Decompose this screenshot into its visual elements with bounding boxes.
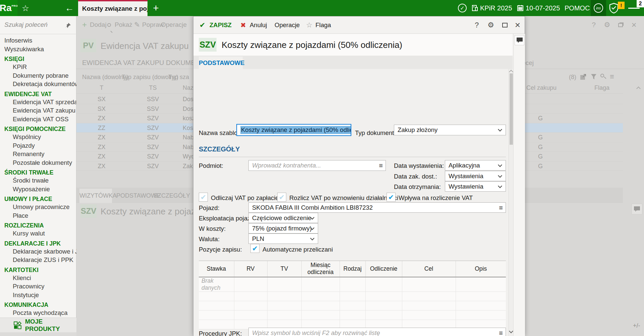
bg-close-icon[interactable]: ×	[629, 16, 639, 33]
sidebar-item-remanenty[interactable]: Remanenty	[0, 150, 76, 158]
col-rodzaj[interactable]: Rodzaj	[340, 261, 365, 277]
bg-tab-wizytowka[interactable]: WIZYTÓWKA	[79, 189, 112, 203]
sidebar-item-poczta-wychodzaca[interactable]: Poczta wychodząca	[0, 309, 76, 317]
w-koszty-select[interactable]: 75% (pojazd firmowy)	[248, 223, 318, 233]
sidebar-section-umowy-i-place[interactable]: UMOWY I PŁACE	[0, 193, 76, 203]
col-rv[interactable]: RV	[234, 261, 267, 277]
bg-restore-icon[interactable]	[616, 16, 626, 33]
sidebar-section-komunikacja[interactable]: KOMUNIKACJA	[0, 299, 76, 309]
show-button[interactable]: Pokaż	[115, 16, 132, 33]
favorites-star-icon[interactable]: ☆	[20, 0, 31, 16]
doc-type-select[interactable]: Zakup złożony	[394, 125, 506, 135]
my-products-bar[interactable]: MOJE PRODUKTY	[0, 318, 76, 332]
positions-row[interactable]	[199, 310, 506, 320]
back-arrow-icon[interactable]: ←	[63, 0, 76, 16]
add-icon[interactable]: +	[82, 16, 87, 33]
operations-button[interactable]: Operacje	[275, 16, 300, 34]
podmiot-menu-icon[interactable]: ≡	[379, 162, 383, 170]
sidebar-section-ewidencje-vat[interactable]: EWIDENCJE VAT	[0, 88, 76, 98]
col-ts[interactable]: TS	[146, 84, 160, 91]
dialog-settings-icon[interactable]: ⚙	[486, 16, 496, 34]
add-button[interactable]: Dodaj	[90, 16, 107, 33]
alert-badge[interactable]: !	[618, 2, 625, 9]
col-opis[interactable]: Opis	[456, 261, 506, 277]
command-search[interactable]: Szukaj poleceń	[0, 16, 76, 34]
sidebar-item-vat-sprzedazy[interactable]: Ewidencja VAT sprzedaży	[0, 98, 76, 107]
sidebar-section-kartoteki[interactable]: KARTOTEKI	[0, 264, 76, 274]
sidebar-item-pracownicy[interactable]: Pracownicy	[0, 282, 76, 291]
auto-przeliczanie-checkbox[interactable]: ✔	[250, 244, 259, 253]
bg-comment-button[interactable]	[632, 204, 642, 214]
col-t[interactable]: T	[95, 84, 108, 91]
save-button[interactable]: ZAPISZ	[210, 16, 232, 34]
app-logo[interactable]: RaPRO	[0, 0, 17, 16]
dialog-close-icon[interactable]: ×	[513, 16, 523, 34]
sidebar-item-wyposazenie[interactable]: Wyposażenie	[0, 185, 76, 194]
data-wystawienia-select[interactable]: Aplikacyjna	[445, 160, 506, 171]
data-zak-dost-select[interactable]: Wystawienia	[445, 171, 506, 181]
edit-pencil-icon[interactable]: ✎	[134, 16, 140, 33]
col-cel[interactable]: Cel	[402, 261, 456, 277]
positions-empty-row[interactable]: Brak danych	[199, 277, 506, 292]
tab-koszty-zwiazane[interactable]: Koszty związane z pojazdan	[78, 0, 148, 16]
sidebar-item-wspolnicy[interactable]: Wspólnicy	[0, 133, 76, 141]
podmiot-input[interactable]: Wprowadź kontrahenta... ≡	[248, 160, 386, 171]
dialog-scrollbar[interactable]	[509, 69, 513, 336]
sidebar-item-kursy-walut[interactable]: Kursy walut	[0, 229, 76, 238]
pin-icon[interactable]	[65, 22, 71, 28]
odliczaj-vat-checkbox[interactable]: ✔	[199, 193, 208, 202]
sidebar-item-place[interactable]: Płace	[0, 211, 76, 220]
sidebar-item-srodki-trwale[interactable]: Środki trwałe	[0, 176, 76, 185]
scroll-down-icon[interactable]	[509, 329, 513, 333]
tab-podstawowe[interactable]: PODSTAWOWE	[199, 57, 243, 69]
dialog-maximize-icon[interactable]	[500, 16, 510, 34]
date-selector[interactable]: 10-07-2025	[526, 0, 560, 16]
sidebar-item-infoserwis[interactable]: Infoserwis	[0, 36, 76, 45]
sidebar-item-dekretacja[interactable]: Dekretacja dokumentów	[0, 80, 76, 88]
bg-filter-template[interactable]: Typ sza	[168, 74, 189, 81]
template-name-input[interactable]: Koszty związane z pojazdami (50% odlicze…	[236, 124, 351, 136]
scroll-top-icon[interactable]	[636, 86, 641, 91]
table-search-icon[interactable]	[600, 74, 607, 80]
rozlicz-vat-checkbox[interactable]: ✔	[277, 193, 286, 202]
eksploatacja-select[interactable]: Częściowe odliczenie	[248, 213, 318, 223]
edit-button[interactable]: Popraw	[142, 16, 164, 33]
col-odliczenie[interactable]: Odliczenie	[365, 261, 402, 277]
sidebar-item-wyszukiwarka[interactable]: Wyszukiwarka	[0, 45, 76, 54]
procedury-jpk-input[interactable]: Wpisz symbol lub wciśnij F2 aby rozwinąć…	[248, 328, 506, 336]
sidebar-item-deklaracje-skarbowe[interactable]: Deklaracje skarbowe i JPK	[0, 247, 76, 256]
bg-settings-icon[interactable]: ⚙	[602, 16, 612, 33]
show-search-icon[interactable]	[107, 16, 113, 33]
bg-tab-szczegoly[interactable]: SZCZEGÓŁY	[154, 189, 184, 203]
new-tab-plus-icon[interactable]: +	[150, 0, 162, 16]
notification-count-badge[interactable]: 2	[637, 0, 644, 7]
scrollbar-thumb[interactable]	[510, 73, 513, 145]
sidebar-item-kpir[interactable]: KPiR	[0, 63, 76, 71]
insert-brand-tile[interactable]: ins	[591, 0, 606, 16]
waluta-select[interactable]: PLN	[248, 233, 318, 244]
col-cel-zakupu[interactable]: Cel zakupu	[526, 84, 557, 91]
pojazd-menu-icon[interactable]: ≡	[499, 204, 503, 211]
positions-row[interactable]	[199, 291, 506, 301]
sidebar-item-dokumenty-pobrane[interactable]: Dokumenty pobrane	[0, 71, 76, 80]
sidebar-section-srodki-trwale[interactable]: ŚRODKI TRWAŁE	[0, 167, 76, 176]
bg-zoom-control[interactable]: +/-	[633, 322, 640, 329]
flag-button[interactable]: Flaga	[315, 16, 331, 34]
sidebar-section-deklaracje-jpk[interactable]: DEKLARACJE I JPK	[0, 238, 76, 247]
export-icon[interactable]	[580, 74, 586, 80]
cancel-button[interactable]: Anuluj	[250, 16, 267, 34]
pojazd-input[interactable]: SKODA FABIA III Combi Ambition LBI87232 …	[248, 202, 506, 213]
wplywa-vat-checkbox[interactable]: ✔	[387, 193, 396, 202]
col-tv[interactable]: TV	[267, 261, 301, 277]
operations-menu[interactable]: Operacje	[161, 16, 187, 33]
sidebar-item-pozostale-dokumenty[interactable]: Pozostałe dokumenty	[0, 158, 76, 167]
sidebar-item-umowy-pracownicze[interactable]: Umowy pracownicze	[0, 203, 76, 211]
col-flaga[interactable]: Flaga	[594, 84, 609, 91]
bg-tab-podstawowe[interactable]: PODSTAWOWE	[116, 189, 149, 203]
positions-row[interactable]	[199, 301, 506, 310]
sidebar-item-vat-oss[interactable]: Ewidencja VAT OSS	[0, 115, 76, 124]
table-menu-icon[interactable]: ≡	[610, 72, 614, 81]
bg-help-icon[interactable]: ?	[589, 16, 599, 33]
data-otrzymania-select[interactable]: Wystawienia	[445, 181, 506, 192]
col-stawka[interactable]: Stawka	[199, 261, 234, 277]
